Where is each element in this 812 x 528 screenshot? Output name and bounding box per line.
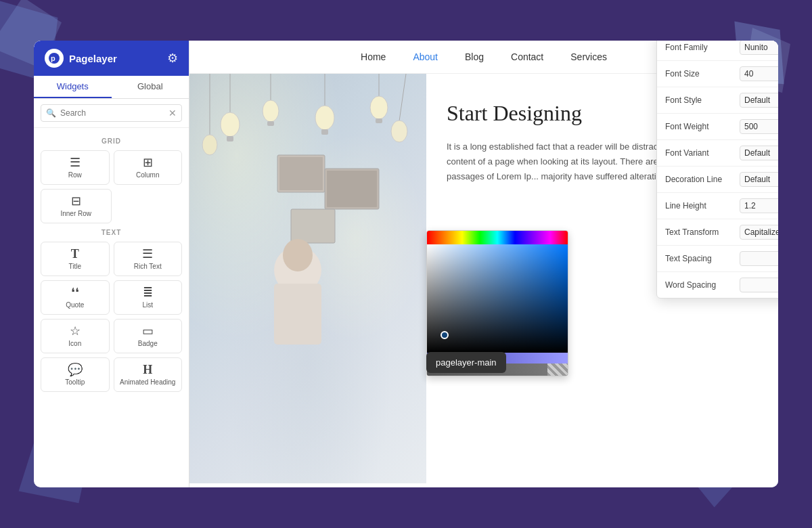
prop-font-variant-select[interactable]: Default ▼ — [740, 146, 778, 160]
column-icon: ⊞ — [143, 156, 153, 169]
widget-tooltip[interactable]: 💬 Tooltip — [41, 357, 110, 392]
sidebar-header: p Pagelayer ⚙ — [34, 41, 189, 76]
widget-list[interactable]: ≣ List — [114, 280, 183, 315]
widgets-section: GRID ☰ Row ⊞ Column ⊟ Inner Row TEX — [34, 128, 189, 487]
svg-rect-27 — [327, 171, 377, 207]
title-label: Title — [68, 263, 81, 270]
prop-font-style: Font Style Default ▼ — [657, 87, 778, 114]
hero-image-svg — [189, 74, 426, 345]
badge-icon: ▭ — [142, 325, 154, 337]
canvas-area: p Pagelayer ⚙ Widgets Global 🔍 ✕ — [34, 41, 778, 487]
search-input[interactable] — [41, 104, 182, 122]
widget-grid-grid: ☰ Row ⊞ Column ⊟ Inner Row — [41, 150, 182, 223]
prop-font-style-label: Font Style — [665, 95, 740, 105]
inner-row-icon: ⊟ — [71, 195, 81, 207]
tab-global[interactable]: Global — [112, 76, 189, 98]
prop-font-variant: Font Variant Default ▼ — [657, 140, 778, 167]
prop-text-spacing-label: Text Spacing — [665, 254, 740, 263]
section-label-text: TEXT — [41, 229, 182, 236]
prop-decoration-line: Decoration Line Default ▼ — [657, 167, 778, 193]
logo-icon: p — [45, 49, 64, 68]
svg-rect-30 — [274, 284, 321, 345]
prop-word-spacing-label: Word Spacing — [665, 280, 740, 290]
color-gradient-box[interactable] — [427, 244, 568, 353]
prop-font-size: Font Size — [657, 61, 778, 87]
prop-text-spacing-input[interactable] — [740, 251, 778, 266]
prop-text-transform-value: Capitalize — [744, 227, 778, 237]
widget-title[interactable]: T Title — [41, 242, 110, 276]
animated-heading-label: Animated Heading — [120, 378, 175, 386]
widget-grid-text: T Title ☰ Rich Text ❛❛ Quote ≣ List — [41, 242, 182, 392]
svg-point-15 — [315, 106, 334, 130]
list-label: List — [142, 301, 153, 309]
widget-animated-heading[interactable]: H Animated Heading — [114, 357, 183, 392]
svg-rect-19 — [376, 118, 382, 123]
nav-services[interactable]: Services — [570, 51, 607, 62]
prop-font-size-input[interactable] — [740, 66, 778, 81]
prop-font-size-label: Font Size — [665, 69, 740, 79]
sidebar: p Pagelayer ⚙ Widgets Global 🔍 ✕ — [34, 41, 189, 487]
widget-badge[interactable]: ▭ Badge — [114, 319, 183, 353]
nav-home[interactable]: Home — [361, 51, 386, 62]
tooltip-icon: 💬 — [68, 364, 83, 376]
hero-image — [189, 74, 426, 483]
gear-icon[interactable]: ⚙ — [167, 51, 178, 66]
search-clear-icon[interactable]: ✕ — [168, 108, 177, 118]
search-icon: 🔍 — [46, 108, 56, 118]
icon-label: Icon — [68, 340, 81, 347]
prop-word-spacing: Word Spacing — [657, 272, 778, 298]
color-gradient-cursor[interactable] — [441, 331, 449, 339]
color-spectrum[interactable] — [427, 231, 568, 244]
svg-text:p: p — [51, 54, 55, 62]
widget-row[interactable]: ☰ Row — [41, 150, 110, 185]
prop-decoration-line-label: Decoration Line — [665, 175, 740, 184]
prop-text-spacing: Text Spacing — [657, 246, 778, 272]
prop-font-variant-value: Default — [744, 148, 770, 158]
props-panel: Font Family Font Size Font Style Default… — [656, 41, 778, 299]
prop-text-transform-select[interactable]: Capitalize ▼ — [740, 225, 778, 240]
logo-text: Pagelayer — [69, 53, 117, 64]
svg-point-18 — [370, 96, 388, 119]
prop-font-style-select[interactable]: Default ▼ — [740, 93, 778, 108]
svg-line-22 — [399, 74, 406, 121]
nav-blog[interactable]: Blog — [465, 51, 484, 62]
widget-quote[interactable]: ❛❛ Quote — [41, 280, 110, 315]
widget-icon[interactable]: ☆ Icon — [41, 319, 110, 353]
tooltip-label: pagelayer-main — [426, 352, 506, 373]
nav-contact[interactable]: Contact — [511, 51, 543, 62]
widget-column[interactable]: ⊞ Column — [114, 150, 183, 185]
svg-rect-28 — [291, 209, 335, 243]
rich-text-icon: ☰ — [142, 248, 153, 260]
pagelayer-logo-svg: p — [48, 52, 60, 64]
prop-word-spacing-input[interactable] — [740, 278, 778, 292]
prop-decoration-line-select[interactable]: Default ▼ — [740, 172, 778, 187]
prop-font-weight-select[interactable]: 500 ▼ — [740, 119, 778, 134]
prop-font-weight: Font Weight 500 ▼ — [657, 114, 778, 140]
prop-line-height-input[interactable] — [740, 198, 778, 213]
svg-point-31 — [283, 239, 313, 271]
svg-point-12 — [263, 100, 279, 122]
widget-inner-row[interactable]: ⊟ Inner Row — [41, 189, 112, 223]
prop-font-family: Font Family — [657, 41, 778, 61]
prop-line-height: Line Height — [657, 193, 778, 219]
nav-about[interactable]: About — [413, 51, 438, 62]
widget-rich-text[interactable]: ☰ Rich Text — [114, 242, 183, 276]
rich-text-label: Rich Text — [134, 263, 162, 270]
prop-font-variant-label: Font Variant — [665, 148, 740, 158]
tab-widgets[interactable]: Widgets — [34, 76, 112, 98]
row-label: Row — [68, 171, 82, 179]
svg-point-21 — [202, 135, 217, 155]
prop-decoration-line-value: Default — [744, 175, 770, 184]
prop-text-transform: Text Transform Capitalize ▼ — [657, 219, 778, 246]
tooltip-widget-label: Tooltip — [65, 378, 85, 386]
prop-line-height-label: Line Height — [665, 201, 740, 211]
color-alpha-strip — [547, 364, 568, 376]
svg-rect-16 — [321, 129, 328, 135]
svg-rect-25 — [279, 157, 323, 190]
prop-font-family-label: Font Family — [665, 43, 740, 52]
search-bar: 🔍 ✕ — [34, 99, 189, 128]
prop-font-family-input[interactable] — [740, 41, 778, 55]
prop-font-weight-value: 500 — [744, 122, 758, 131]
quote-icon: ❛❛ — [71, 286, 79, 299]
icon-widget-icon: ☆ — [70, 325, 81, 337]
